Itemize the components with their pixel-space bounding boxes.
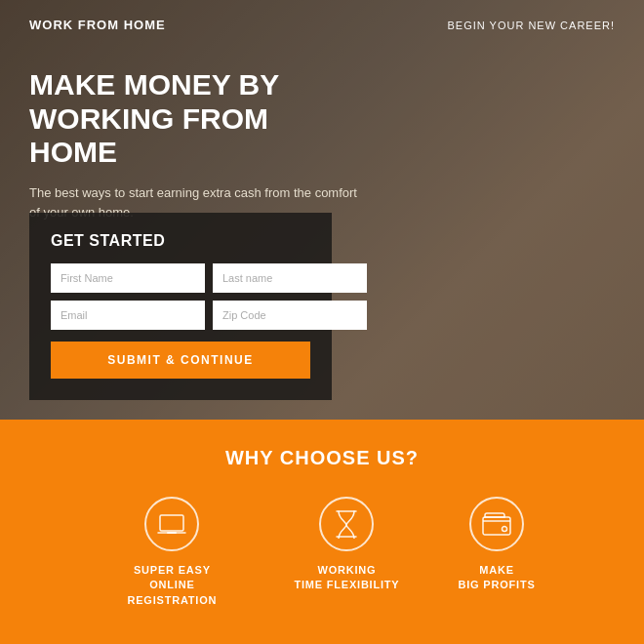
site-header: WORK FROM HOME BEGIN YOUR NEW CAREER! <box>0 0 644 50</box>
hero-section: WORK FROM HOME BEGIN YOUR NEW CAREER! MA… <box>0 0 644 420</box>
feature-registration-label: SUPER EASYONLINE REGISTRATION <box>108 563 235 608</box>
why-choose-title: WHY CHOOSE US? <box>225 447 419 469</box>
form-row-name <box>51 263 310 293</box>
laptop-icon <box>157 512 186 536</box>
svg-point-4 <box>503 527 507 532</box>
hero-title: MAKE MONEY BY WORKING FROM HOME <box>29 68 361 170</box>
svg-rect-0 <box>160 515 183 531</box>
laptop-icon-wrapper <box>144 497 199 551</box>
feature-profits: MAKEBIG PROFITS <box>459 497 536 608</box>
email-input[interactable] <box>51 301 205 330</box>
form-row-contact <box>51 301 310 330</box>
feature-flexibility-label: WORKINGTIME FLEXIBILITY <box>294 563 399 593</box>
submit-button[interactable]: SUBMIT & CONTINUE <box>51 342 310 379</box>
signup-form-box: GET STARTED SUBMIT & CONTINUE <box>29 213 332 400</box>
features-list: SUPER EASYONLINE REGISTRATION WORKINGTIM… <box>20 497 624 608</box>
wallet-icon <box>481 511 512 537</box>
zip-input[interactable] <box>213 301 367 330</box>
hourglass-icon-wrapper <box>319 497 374 551</box>
why-choose-section: WHY CHOOSE US? SUPER EASYONLINE REGISTRA… <box>0 420 644 644</box>
form-title: GET STARTED <box>51 232 310 250</box>
site-logo: WORK FROM HOME <box>29 18 166 32</box>
feature-flexibility: WORKINGTIME FLEXIBILITY <box>294 497 399 608</box>
svg-rect-3 <box>483 517 510 535</box>
last-name-input[interactable] <box>213 263 367 293</box>
header-cta-text: BEGIN YOUR NEW CAREER! <box>447 20 615 31</box>
feature-profits-label: MAKEBIG PROFITS <box>459 563 536 593</box>
hourglass-icon <box>334 509 359 539</box>
first-name-input[interactable] <box>51 263 205 293</box>
feature-registration: SUPER EASYONLINE REGISTRATION <box>108 497 235 608</box>
wallet-icon-wrapper <box>469 497 524 551</box>
